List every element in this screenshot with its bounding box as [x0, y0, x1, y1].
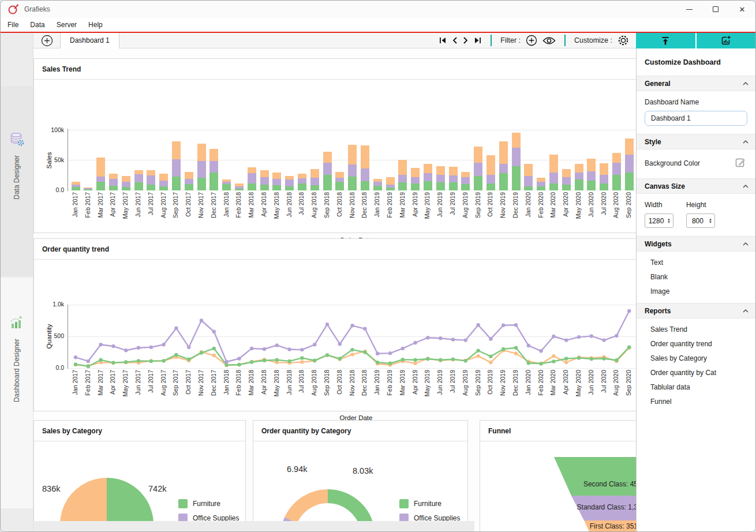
- widget-order-quantity-by-category[interactable]: Order quantity by Category 6.94k 8.03k F…: [253, 420, 468, 531]
- preview-filter-button[interactable]: [542, 36, 556, 45]
- bar-segment: [147, 170, 155, 175]
- x-tick-label: Feb 2020: [537, 192, 545, 233]
- publish-dashboard-button[interactable]: [636, 33, 695, 48]
- menu-item-file[interactable]: File: [8, 17, 24, 32]
- report-item[interactable]: Order quantity by Cat: [637, 365, 755, 380]
- section-style[interactable]: Style: [637, 134, 755, 149]
- x-tick-label: Jan 2017: [72, 192, 80, 233]
- report-item[interactable]: Tablular data: [637, 380, 755, 394]
- bar-segment: [373, 182, 382, 185]
- report-item[interactable]: Sales Trend: [637, 322, 755, 336]
- widget-sales-by-category[interactable]: Sales by Category 836k 742k FurnitureOff…: [33, 420, 246, 531]
- bar-segment: [159, 181, 168, 186]
- menu-item-server[interactable]: Server: [51, 17, 83, 32]
- add-filter-button[interactable]: [526, 35, 537, 46]
- bar-segment: [587, 181, 596, 190]
- stepper-arrows-icon[interactable]: ▲▼: [709, 218, 714, 224]
- title-bar: Grafieks ✕: [1, 1, 755, 18]
- widget-funnel[interactable]: Funnel Second Class: 45 Standard Class: …: [480, 420, 636, 531]
- bar-segment: [386, 185, 395, 188]
- x-tick-label: Mar 2018: [248, 370, 256, 410]
- nav-last-icon: [474, 36, 482, 44]
- sidebar-tab-data-designer[interactable]: Data Designer: [1, 86, 33, 276]
- x-tick-label: Jul 2019: [449, 192, 457, 233]
- nav-next-icon: [463, 36, 469, 44]
- bar-segment: [625, 155, 634, 173]
- bar-segment: [449, 167, 458, 175]
- bar-segment: [298, 174, 306, 178]
- bar-segment: [222, 182, 231, 183]
- section-label: General: [645, 80, 671, 88]
- nav-last-button[interactable]: [474, 36, 482, 44]
- minimize-button[interactable]: [676, 1, 702, 18]
- height-stepper[interactable]: ▲▼: [686, 213, 715, 228]
- report-item[interactable]: Funnel: [637, 394, 755, 409]
- report-item[interactable]: Sales by Category: [637, 351, 755, 365]
- add-report-button[interactable]: [697, 33, 756, 48]
- bar-segment: [436, 166, 445, 175]
- bar-segment: [335, 178, 344, 182]
- add-dashboard-button[interactable]: [33, 33, 60, 48]
- bar-segment: [398, 175, 407, 183]
- x-tick-label: Oct 2019: [486, 370, 495, 410]
- minimize-icon: [686, 9, 693, 10]
- data-point: [615, 358, 618, 362]
- nav-prev-button[interactable]: [452, 36, 458, 44]
- data-point: [237, 357, 241, 360]
- maximize-button[interactable]: [702, 1, 729, 18]
- x-tick-label: Feb 2019: [386, 370, 394, 410]
- widget-sales-trend[interactable]: Sales Trend Sales 0.050k100k Jan 2017Feb…: [33, 58, 636, 233]
- section-widgets[interactable]: Widgets: [637, 236, 755, 252]
- menu-item-help[interactable]: Help: [83, 17, 108, 32]
- dashboard-name-input[interactable]: [645, 111, 747, 126]
- widget-order-quantity-trend[interactable]: Order quantity trend Quantity 0.05001.0k…: [33, 238, 636, 411]
- bar-segment: [386, 188, 395, 190]
- background-color-label: Background Color: [645, 159, 700, 167]
- x-tick-label: Feb 2018: [235, 370, 243, 410]
- section-general[interactable]: General: [637, 76, 755, 91]
- widget-item-image[interactable]: Image: [637, 284, 755, 298]
- close-button[interactable]: ✕: [729, 1, 755, 18]
- x-tick-label: Dec 2019: [512, 192, 520, 233]
- edit-background-color-button[interactable]: [735, 156, 746, 170]
- widget-title: Order quantity trend: [34, 239, 636, 260]
- bar-segment: [424, 173, 432, 182]
- bar-segment: [537, 178, 545, 182]
- widget-item-blank[interactable]: Blank: [637, 269, 755, 284]
- data-point: [124, 360, 128, 364]
- data-point: [149, 359, 153, 363]
- height-input[interactable]: [687, 217, 709, 225]
- bar-segment: [172, 177, 181, 190]
- data-point: [174, 327, 178, 330]
- width-stepper[interactable]: ▲▼: [645, 213, 673, 228]
- bar-segment: [600, 183, 608, 190]
- bar-segment: [348, 177, 357, 190]
- bar-segment: [600, 175, 608, 183]
- x-tick-label: Jun 2020: [587, 370, 596, 410]
- data-point: [325, 323, 329, 326]
- nav-first-button[interactable]: [439, 36, 447, 44]
- stepper-arrows-icon[interactable]: ▲▼: [667, 218, 673, 224]
- bar-segment: [549, 173, 558, 183]
- sidebar-tab-dashboard-designer[interactable]: Dashboard Designer: [1, 278, 33, 508]
- menu-item-data[interactable]: Data: [24, 17, 50, 32]
- data-point: [350, 324, 354, 327]
- section-canvas-size[interactable]: Canvas Size: [637, 178, 755, 194]
- add-dashboard-icon: [41, 35, 53, 47]
- x-tick-label: May 2017: [122, 192, 130, 233]
- x-tick-label: Jun 2019: [436, 192, 444, 233]
- widget-item-text[interactable]: Text: [637, 255, 755, 269]
- width-input[interactable]: [645, 217, 667, 225]
- report-item[interactable]: Order quantity trend: [637, 336, 755, 351]
- bar-segment: [512, 148, 521, 166]
- menu-bar: FileDataServerHelp: [1, 18, 755, 33]
- customize-settings-button[interactable]: [617, 35, 629, 46]
- horizontal-scrollbar[interactable]: [33, 521, 474, 531]
- dashboard-tab[interactable]: Dashboard 1: [61, 33, 119, 48]
- data-point: [401, 358, 405, 361]
- section-reports[interactable]: Reports: [637, 303, 755, 319]
- bar-segment: [84, 189, 92, 190]
- nav-next-button[interactable]: [463, 36, 469, 44]
- bar-segment: [486, 175, 495, 183]
- pie-value-label: 742k: [148, 484, 166, 493]
